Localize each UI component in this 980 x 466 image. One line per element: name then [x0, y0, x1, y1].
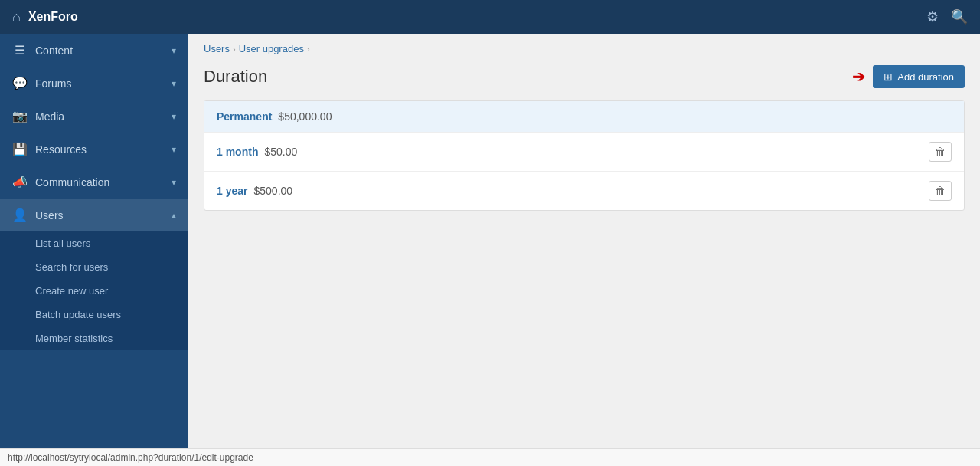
settings-icon[interactable]: ⚙ — [926, 8, 939, 25]
sidebar-label-users: Users — [35, 209, 64, 222]
breadcrumb-users[interactable]: Users — [204, 43, 230, 54]
media-icon: 📷 — [12, 109, 28, 123]
chevron-up-icon: ▴ — [172, 210, 176, 221]
navbar-right: ⚙ 🔍 — [926, 8, 968, 25]
sidebar-label-resources: Resources — [35, 143, 87, 156]
sidebar-subitem-member-statistics[interactable]: Member statistics — [0, 327, 188, 350]
page-header: Duration ➔ ⊞ Add duration — [188, 59, 980, 100]
sidebar-item-content[interactable]: ☰ Content ▾ — [0, 34, 188, 67]
add-duration-button[interactable]: ⊞ Add duration — [873, 65, 965, 88]
breadcrumb: Users › User upgrades › — [188, 34, 980, 59]
brand-name: XenForo — [28, 10, 78, 24]
resources-icon: 💾 — [12, 142, 28, 156]
breadcrumb-sep-2: › — [307, 44, 310, 54]
sidebar-subitem-batch-update-users[interactable]: Batch update users — [0, 303, 188, 327]
delete-1year-button[interactable]: 🗑 — [929, 181, 952, 201]
page-header-right: ➔ ⊞ Add duration — [852, 65, 965, 88]
breadcrumb-sep-1: › — [233, 44, 236, 54]
sidebar-item-media[interactable]: 📷 Media ▾ — [0, 100, 188, 133]
statusbar-url: http://localhost/sytrylocal/admin.php?du… — [8, 452, 253, 463]
sidebar-label-communication: Communication — [35, 176, 109, 189]
main-content: Users › User upgrades › Duration ➔ ⊞ Add… — [188, 34, 980, 448]
users-submenu: List all users Search for users Create n… — [0, 231, 188, 350]
duration-row-1year: 1 year$500.00 🗑 — [204, 172, 964, 210]
statusbar: http://localhost/sytrylocal/admin.php?du… — [0, 448, 980, 466]
sidebar: ☰ Content ▾ 💬 Forums ▾ 📷 Media ▾ 💾 Resou… — [0, 34, 188, 448]
duration-row-permanent: Permanent$50,000.00 — [204, 101, 964, 133]
chevron-down-icon: ▾ — [172, 111, 176, 122]
chevron-down-icon: ▾ — [172, 177, 176, 188]
users-icon: 👤 — [12, 208, 28, 222]
duration-name-1month: 1 month$50.00 — [217, 146, 297, 158]
add-duration-label: Add duration — [897, 71, 954, 83]
chevron-down-icon: ▾ — [172, 144, 176, 155]
sidebar-label-forums: Forums — [35, 77, 71, 90]
duration-table: Permanent$50,000.00 1 month$50.00 🗑 1 ye… — [204, 100, 965, 211]
chevron-down-icon: ▾ — [172, 45, 176, 56]
sidebar-subitem-search-for-users[interactable]: Search for users — [0, 255, 188, 279]
duration-name-permanent: Permanent$50,000.00 — [217, 110, 332, 123]
duration-name-1year: 1 year$500.00 — [217, 185, 292, 197]
duration-row-1month: 1 month$50.00 🗑 — [204, 133, 964, 172]
sidebar-item-forums[interactable]: 💬 Forums ▾ — [0, 67, 188, 100]
arrow-right-icon: ➔ — [852, 67, 865, 86]
search-icon[interactable]: 🔍 — [951, 8, 968, 25]
page-title: Duration — [204, 67, 267, 87]
navbar: ⌂ XenForo ⚙ 🔍 — [0, 0, 980, 34]
chevron-down-icon: ▾ — [172, 78, 176, 89]
sidebar-label-content: Content — [35, 44, 73, 57]
communication-icon: 📣 — [12, 175, 28, 189]
home-icon[interactable]: ⌂ — [12, 9, 21, 25]
forums-icon: 💬 — [12, 76, 28, 90]
sidebar-subitem-list-all-users[interactable]: List all users — [0, 231, 188, 255]
layout: ☰ Content ▾ 💬 Forums ▾ 📷 Media ▾ 💾 Resou… — [0, 34, 980, 448]
sidebar-item-users[interactable]: 👤 Users ▴ — [0, 199, 188, 231]
plus-icon: ⊞ — [884, 71, 893, 83]
navbar-left: ⌂ XenForo — [12, 9, 78, 25]
sidebar-item-resources[interactable]: 💾 Resources ▾ — [0, 133, 188, 166]
sidebar-label-media: Media — [35, 110, 64, 123]
delete-1month-button[interactable]: 🗑 — [929, 142, 952, 162]
sidebar-subitem-create-new-user[interactable]: Create new user — [0, 279, 188, 303]
breadcrumb-user-upgrades[interactable]: User upgrades — [239, 43, 304, 54]
sidebar-item-communication[interactable]: 📣 Communication ▾ — [0, 166, 188, 199]
content-icon: ☰ — [12, 43, 28, 57]
